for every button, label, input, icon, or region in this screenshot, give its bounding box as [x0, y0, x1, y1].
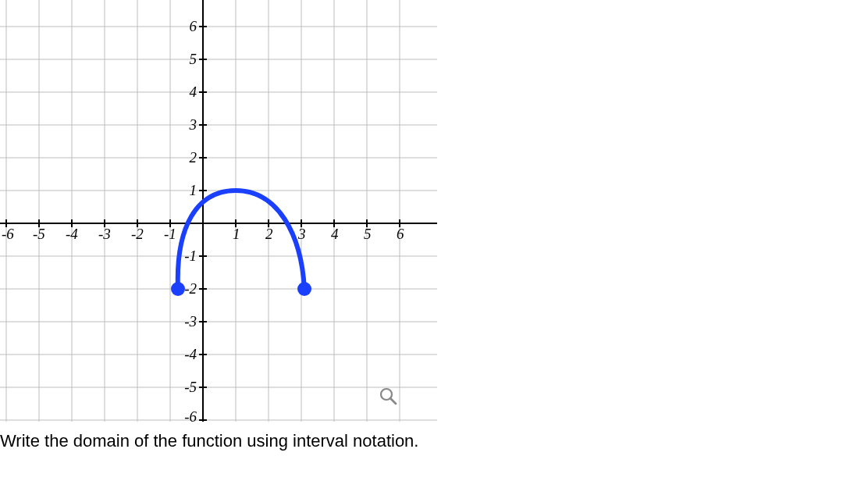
y-tick-label: -6: [184, 408, 197, 422]
y-tick-label: 6: [190, 18, 197, 34]
x-tick-label: 6: [397, 226, 404, 242]
svg-line-51: [390, 398, 396, 404]
x-tick-label: -2: [131, 226, 144, 242]
question-prompt: Write the domain of the function using i…: [0, 431, 418, 451]
endpoint-right-closed: [297, 282, 311, 296]
y-tick-label: -3: [184, 313, 197, 330]
x-tick-label: 2: [265, 226, 273, 242]
y-tick-label: -2: [184, 280, 197, 297]
y-tick-label: -4: [184, 346, 197, 362]
y-tick-label: 4: [190, 84, 197, 100]
y-tick-label: 2: [190, 149, 197, 166]
x-tick-label: -4: [66, 226, 78, 242]
function-curve: [178, 191, 304, 289]
magnify-icon[interactable]: [379, 387, 397, 405]
x-tick-label: 1: [233, 226, 240, 242]
y-tick-label: 3: [189, 116, 197, 133]
x-tick-label: -6: [2, 226, 14, 242]
x-tick-label: -1: [164, 226, 176, 242]
x-tick-label: 3: [297, 226, 306, 242]
y-tick-label: -5: [184, 379, 197, 395]
x-tick-label: -3: [98, 226, 111, 242]
x-tick-label: -5: [33, 226, 45, 242]
coordinate-plane: -6 -5 -4 -3 -2 -1 1 2 3 4 5 6 6 5 4 3 2 …: [0, 0, 437, 422]
x-tick-label: 5: [364, 226, 372, 242]
y-tick-label: -1: [184, 248, 197, 264]
endpoint-left-closed: [171, 282, 185, 296]
y-tick-label: 1: [190, 182, 197, 198]
x-tick-label: 4: [331, 226, 339, 242]
page-container: -6 -5 -4 -3 -2 -1 1 2 3 4 5 6 6 5 4 3 2 …: [0, 0, 868, 481]
y-tick-label: 5: [190, 51, 197, 67]
